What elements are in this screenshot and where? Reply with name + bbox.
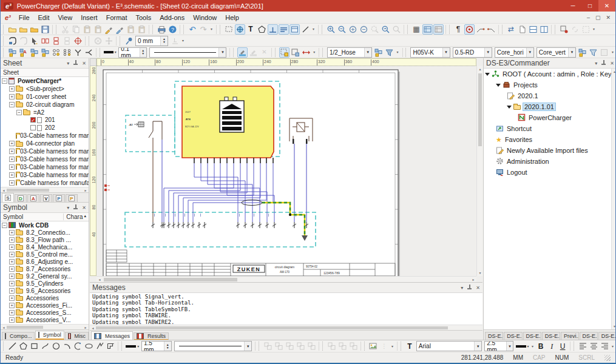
toolbar-handle[interactable] — [259, 342, 261, 351]
maximize-button[interactable]: □ — [581, 0, 598, 12]
al-r-icon[interactable] — [600, 341, 610, 351]
sheet-mode-tab[interactable]: S — [2, 193, 14, 202]
expander-icon[interactable]: + — [9, 237, 15, 243]
chevron-down-icon[interactable]: ▼ — [218, 48, 226, 57]
paste-icon[interactable] — [82, 24, 92, 35]
messages-hscrollbar[interactable]: ◂ — [90, 325, 482, 330]
title-bar[interactable]: e³ PowerCharger (Default Variant) - E³.s… — [1, 0, 615, 12]
color-swatch-button[interactable]: ▾ — [125, 341, 140, 351]
toolbar-overflow-button[interactable]: ▾ — [311, 24, 316, 35]
pst-1-icon[interactable] — [327, 341, 337, 351]
toolbar-overflow-button[interactable]: ▾ — [610, 47, 615, 58]
dropdown-icon[interactable]: ▾ — [461, 285, 463, 291]
toolbar-overflow-button[interactable]: ▾ — [611, 341, 615, 351]
symbol-tree-item[interactable]: +Accessories_S... — [1, 309, 89, 316]
expander-icon[interactable]: + — [9, 86, 15, 92]
sheet-tree-item[interactable]: −02-circuit diagram — [1, 101, 89, 109]
close-button[interactable]: ✕ — [598, 0, 615, 12]
canvas-vscrollbar[interactable]: ▴▾ — [476, 66, 482, 276]
units-indicator[interactable]: MM — [513, 354, 523, 361]
toolbar-handle[interactable] — [322, 342, 325, 351]
grp-5-icon[interactable] — [306, 341, 317, 351]
left-dock-tab[interactable]: Compo... — [2, 332, 35, 340]
commander-tree-item[interactable]: Newly Available Import files — [484, 145, 616, 156]
expander-icon[interactable]: + — [9, 252, 15, 257]
expander-icon[interactable]: + — [9, 94, 15, 99]
pin-icon[interactable] — [73, 204, 78, 211]
text-tool-icon[interactable]: T — [404, 341, 415, 351]
symbol-tree-item[interactable]: +8.2_Connectio... — [1, 229, 89, 236]
symbol-tree-item[interactable]: +9.6_Accessories — [1, 287, 89, 294]
sh-pent-icon[interactable] — [18, 341, 29, 351]
toolbar-handle[interactable] — [555, 25, 557, 34]
chevron-down-icon[interactable]: ▼ — [526, 48, 533, 57]
sheet-tree-item[interactable]: +03-Cable harness for manufac — [1, 147, 89, 155]
symbol-tree-item[interactable]: +9.2_General sy... — [1, 272, 89, 280]
chevron-down-icon[interactable]: ▼ — [442, 48, 450, 57]
toolbar-handle[interactable] — [405, 48, 408, 57]
open-project-icon[interactable] — [29, 24, 39, 35]
left-dock-tab[interactable]: Misc — [65, 332, 89, 340]
resize-grip[interactable] — [604, 355, 611, 361]
sheet-tree-item[interactable]: +<Sub-project> — [1, 85, 89, 93]
color-swatch-button[interactable]: ▾ — [515, 341, 530, 351]
pin-icon[interactable] — [467, 285, 472, 291]
win-g-icon[interactable] — [62, 36, 72, 46]
commander-tree-item[interactable]: PowerCharger — [484, 112, 616, 123]
symbol-tree-item[interactable]: +Accessories_Fi... — [1, 302, 89, 309]
zoom-out-icon[interactable] — [337, 24, 347, 35]
toolbar-handle[interactable] — [502, 25, 504, 34]
lasso-c-icon[interactable] — [18, 36, 29, 46]
sheet-mode-tab[interactable]: A — [27, 194, 39, 202]
sheet-v-icon[interactable] — [539, 24, 549, 35]
menu-view[interactable]: View — [53, 12, 76, 23]
expander-icon[interactable]: − — [2, 78, 7, 84]
symbol-tree-item[interactable]: +Accessories — [1, 294, 89, 302]
menu-addons[interactable]: Add-ons — [155, 12, 189, 23]
expander-icon[interactable]: + — [9, 230, 15, 235]
expander-icon[interactable]: + — [9, 288, 15, 294]
text-tool-icon[interactable]: T — [246, 24, 256, 35]
commander-tree-item[interactable]: Administration — [484, 156, 616, 167]
toolbar-handle[interactable] — [121, 342, 124, 351]
commander-tab[interactable]: DS-E... — [504, 332, 522, 340]
toolbar-handle[interactable] — [152, 25, 155, 34]
al-c-icon[interactable] — [589, 341, 599, 351]
toolbar-handle[interactable] — [401, 342, 403, 351]
brush-2-icon[interactable] — [115, 24, 125, 35]
toolbar-handle[interactable] — [3, 36, 5, 46]
toolbar-handle[interactable] — [56, 25, 58, 34]
expander-icon[interactable] — [496, 84, 501, 87]
lasso-b-icon[interactable] — [7, 36, 18, 46]
menu-tools[interactable]: Tools — [132, 12, 156, 23]
zoom-prev-icon[interactable] — [381, 24, 391, 35]
commander-tab[interactable]: DS-E... — [542, 332, 560, 340]
sh-line-icon[interactable] — [7, 341, 18, 351]
chevron-down-icon[interactable]: ▼ — [506, 342, 513, 351]
al-l-icon[interactable] — [578, 341, 588, 351]
toolbar-overflow-button[interactable]: ▾ — [530, 341, 535, 351]
win-v-icon[interactable] — [51, 36, 61, 46]
toolbar-handle[interactable] — [120, 36, 122, 46]
symbol-tree-item[interactable]: +8.3_Flow path ... — [1, 236, 89, 243]
sh-rect-icon[interactable] — [29, 341, 39, 351]
minimize-button[interactable]: ─ — [564, 0, 581, 12]
expander-icon[interactable]: + — [9, 164, 15, 170]
grid-icon[interactable]: ▦ — [411, 24, 422, 35]
expander-icon[interactable] — [485, 73, 490, 76]
sheet-tree-item[interactable]: 202 — [1, 124, 89, 132]
core-hori-select[interactable]: Core_hori▼ — [495, 47, 534, 58]
toolbar-handle[interactable] — [233, 48, 235, 57]
help-icon[interactable]: ? — [168, 24, 178, 35]
pan-icon[interactable] — [422, 24, 433, 35]
commander-tab[interactable]: DS-E... — [485, 332, 503, 340]
toolbar-handle[interactable] — [322, 48, 325, 57]
conn-b-icon[interactable] — [486, 24, 496, 35]
expander-icon[interactable]: + — [9, 180, 15, 186]
commander-tree-item[interactable]: Shortcut — [484, 123, 616, 134]
spinner-arrows[interactable]: ▲▼ — [140, 48, 146, 57]
sheet-tree-item[interactable]: ✓201 — [1, 116, 89, 124]
pins-4-icon[interactable] — [51, 47, 61, 58]
div-icon[interactable]: ⋮ — [379, 341, 389, 351]
left-dock-tab[interactable]: Symbol — [35, 331, 64, 340]
